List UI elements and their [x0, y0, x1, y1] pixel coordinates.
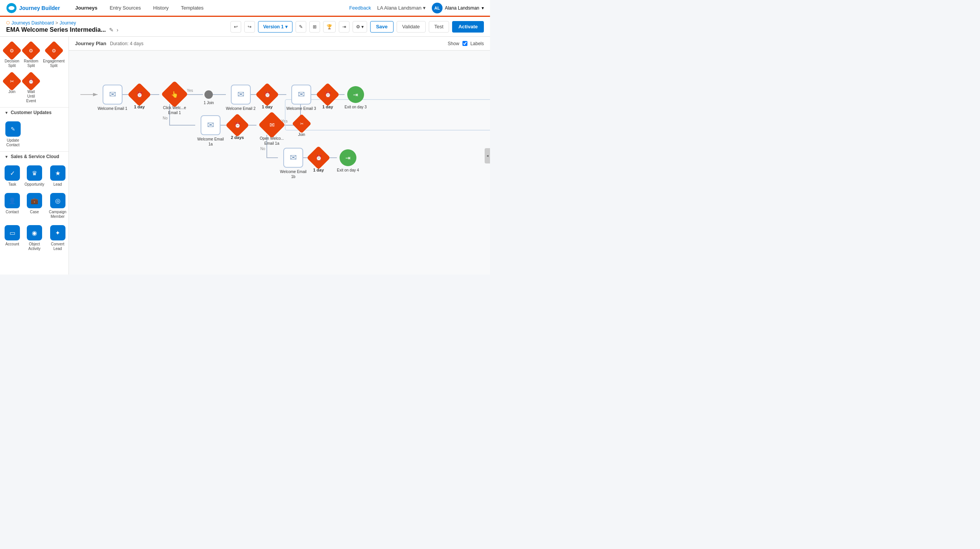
nav-right: Feedback LA Alana Landsman ▾ AL Alana La… [349, 3, 484, 13]
labels-checkbox[interactable] [462, 41, 467, 46]
sidebar-item-random-split[interactable]: ⚙ Random Split [22, 41, 40, 70]
sidebar-item-object-activity[interactable]: ◉ Object Activity [23, 223, 46, 253]
nav-items: Journeys Entry Sources History Templates [69, 0, 340, 16]
sidebar-item-update-contact[interactable]: ✎ Update Contact [3, 119, 23, 150]
feedback-link[interactable]: Feedback [349, 5, 371, 11]
node-time-2[interactable]: ⏰ 1 day [259, 86, 276, 109]
sidebar-sales-service-grid: ✓ Task ♛ Opportunity ★ Lead 👤 Contact 💼 … [0, 162, 69, 255]
la-label[interactable]: LA Alana Landsman ▾ [377, 5, 426, 11]
sidebar-section-sales-service[interactable]: ▼ Sales & Service Cloud [0, 151, 69, 162]
nav-history[interactable]: History [147, 0, 175, 17]
node-welcome-email-1a[interactable]: ✉ Welcome Email 1a [195, 115, 226, 147]
sidebar-item-convert-lead[interactable]: ✦ Convert Lead [47, 223, 68, 253]
top-nav: Journey Builder Journeys Entry Sources H… [0, 0, 490, 17]
avatar: AL [432, 3, 443, 13]
node-time-1b[interactable]: ⏰ 1 day [310, 149, 327, 172]
sidebar-section-customer-updates[interactable]: ▼ Customer Updates [0, 107, 69, 118]
svg-text:No: No [163, 116, 168, 120]
forward-icon[interactable]: › [117, 27, 119, 33]
node-welcome-email-3[interactable]: ✉ Welcome Email 3 [286, 85, 316, 111]
svg-point-1 [8, 6, 15, 10]
sidebar-item-decision-split[interactable]: ⚙ Decision Split [3, 41, 21, 70]
validate-button[interactable]: Validate [397, 21, 426, 33]
sidebar-item-join[interactable]: ✂ Join [3, 72, 21, 106]
edit-icon[interactable]: ✎ [109, 27, 114, 33]
undo-button[interactable]: ↩ [230, 21, 241, 33]
header-bar: ⬡ Journeys Dashboard > Journey EMA Welco… [0, 17, 490, 37]
sidebar-item-wait-until-event[interactable]: ⏰ Wait Until Event [22, 72, 40, 106]
goal-button[interactable]: 🏆 [323, 21, 336, 33]
sidebar-customer-updates-grid: ✎ Update Contact [0, 118, 69, 151]
show-labels: Show Labels [448, 41, 484, 46]
node-time-3[interactable]: ⏰ 1 day [319, 86, 336, 109]
save-button[interactable]: Save [370, 21, 393, 33]
canvas-content[interactable]: Yes No [69, 51, 490, 274]
node-join-diamond[interactable]: ✂ Join [295, 117, 309, 137]
node-exit-day-4[interactable]: ⇥ Exit on day 4 [337, 149, 359, 173]
page-title-row: EMA Welcome Series Intermedia... ✎ › [6, 26, 118, 33]
sidebar-item-task[interactable]: ✓ Task [3, 163, 21, 189]
node-time-1a[interactable]: ⏰ 2 days [229, 117, 246, 140]
sidebar-item-contact[interactable]: 👤 Contact [3, 191, 21, 221]
nav-journeys[interactable]: Journeys [69, 0, 104, 17]
edit-mode-button[interactable]: ✎ [296, 21, 306, 33]
toolbar: ↩ ↪ Version 1 ▾ ✎ ⊞ 🏆 ⇥ ⚙ ▾ Save Validat… [230, 21, 484, 33]
node-time-1[interactable]: ⏰ 1 day [131, 86, 148, 109]
node-click-welcome-email-1[interactable]: 👆 Click Welc...e Email 1 [159, 85, 190, 115]
sidebar-item-campaign-member[interactable]: ◎ Campaign Member [47, 191, 68, 221]
node-join-dot-1[interactable]: 1 Join [204, 90, 214, 105]
sidebar-item-opportunity[interactable]: ♛ Opportunity [23, 163, 46, 189]
node-welcome-email-2[interactable]: ✉ Welcome Email 2 [226, 85, 256, 111]
test-button[interactable]: Test [429, 21, 449, 33]
app-logo: Journey Builder [6, 3, 60, 13]
node-exit-day-3[interactable]: ⇥ Exit on day 3 [345, 86, 367, 109]
sidebar-top-grid: ⚙ Decision Split ⚙ Random Split ⚙ Engage… [0, 40, 69, 107]
sidebar-item-engagement-split[interactable]: ⚙ Engagement Split [41, 41, 66, 70]
svg-text:No: No [260, 147, 265, 151]
nav-templates[interactable]: Templates [175, 0, 210, 17]
journey-plan-header: Journey Plan Duration: 4 days Show Label… [69, 37, 490, 51]
sidebar-item-case[interactable]: 💼 Case [23, 191, 46, 221]
redo-button[interactable]: ↪ [244, 21, 255, 33]
collapse-handle[interactable]: ◂ [485, 148, 490, 163]
user-info[interactable]: AL Alana Landsman ▾ [432, 3, 484, 13]
activate-button[interactable]: Activate [452, 21, 484, 33]
page-title: EMA Welcome Series Intermedia... [6, 26, 106, 33]
canvas-area: Journey Plan Duration: 4 days Show Label… [69, 37, 490, 274]
node-welcome-email-1b[interactable]: ✉ Welcome Email 1b [278, 148, 309, 179]
nav-entry-sources[interactable]: Entry Sources [103, 0, 147, 17]
main-layout: ⚙ Decision Split ⚙ Random Split ⚙ Engage… [0, 37, 490, 274]
sidebar: ⚙ Decision Split ⚙ Random Split ⚙ Engage… [0, 37, 69, 274]
node-open-welcome-email-1a[interactable]: ✉ Open Welco... Email 1a [256, 115, 287, 146]
test-mode-button[interactable]: ⊞ [309, 21, 320, 33]
sidebar-item-lead[interactable]: ★ Lead [47, 163, 68, 189]
node-welcome-email-1[interactable]: ✉ Welcome Email 1 [98, 85, 127, 111]
settings-button[interactable]: ⚙ ▾ [353, 21, 367, 33]
flow-container: Yes No [69, 51, 490, 273]
breadcrumb[interactable]: ⬡ Journeys Dashboard > Journey [6, 20, 118, 26]
version-button[interactable]: Version 1 ▾ [258, 21, 292, 33]
sidebar-item-account[interactable]: ▭ Account [3, 223, 21, 253]
exit-button[interactable]: ⇥ [339, 21, 350, 33]
